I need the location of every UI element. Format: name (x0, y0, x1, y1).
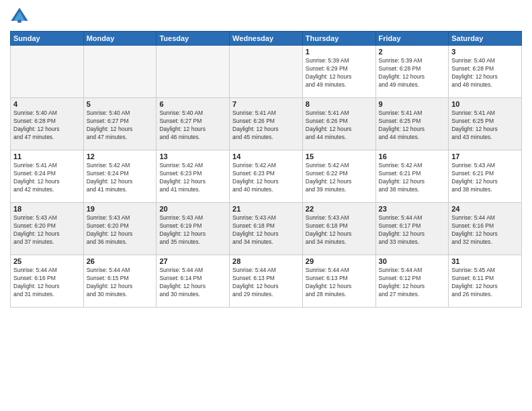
calendar-cell: 10Sunrise: 5:41 AM Sunset: 6:25 PM Dayli… (449, 98, 522, 150)
day-info: Sunrise: 5:44 AM Sunset: 6:16 PM Dayligh… (451, 214, 519, 246)
day-info: Sunrise: 5:44 AM Sunset: 6:16 PM Dayligh… (13, 267, 81, 299)
weekday-header-tuesday: Tuesday (157, 32, 230, 46)
day-info: Sunrise: 5:40 AM Sunset: 6:27 PM Dayligh… (87, 109, 154, 142)
day-number: 31 (451, 257, 519, 265)
calendar-cell (83, 46, 157, 98)
day-info: Sunrise: 5:44 AM Sunset: 6:13 PM Dayligh… (306, 267, 373, 299)
day-info: Sunrise: 5:44 AM Sunset: 6:17 PM Dayligh… (379, 214, 446, 246)
day-number: 22 (306, 205, 373, 213)
day-number: 29 (306, 257, 373, 265)
calendar-cell: 15Sunrise: 5:42 AM Sunset: 6:22 PM Dayli… (302, 150, 375, 203)
day-info: Sunrise: 5:41 AM Sunset: 6:26 PM Dayligh… (306, 109, 373, 142)
calendar-cell: 16Sunrise: 5:42 AM Sunset: 6:21 PM Dayli… (375, 150, 449, 203)
day-number: 12 (87, 152, 154, 161)
day-info: Sunrise: 5:45 AM Sunset: 6:11 PM Dayligh… (451, 267, 519, 299)
day-info: Sunrise: 5:44 AM Sunset: 6:14 PM Dayligh… (159, 267, 226, 299)
day-info: Sunrise: 5:41 AM Sunset: 6:26 PM Dayligh… (232, 109, 300, 142)
weekday-header-sunday: Sunday (11, 32, 84, 46)
day-number: 25 (13, 257, 81, 265)
day-info: Sunrise: 5:39 AM Sunset: 6:29 PM Dayligh… (306, 57, 373, 89)
day-number: 4 (13, 100, 81, 108)
day-info: Sunrise: 5:44 AM Sunset: 6:13 PM Dayligh… (232, 267, 300, 299)
weekday-header-wednesday: Wednesday (230, 32, 303, 46)
day-info: Sunrise: 5:43 AM Sunset: 6:21 PM Dayligh… (451, 162, 519, 194)
logo (10, 7, 32, 26)
day-number: 5 (87, 100, 154, 108)
calendar-cell: 31Sunrise: 5:45 AM Sunset: 6:11 PM Dayli… (449, 255, 522, 308)
day-info: Sunrise: 5:41 AM Sunset: 6:25 PM Dayligh… (451, 109, 519, 142)
calendar-cell: 20Sunrise: 5:43 AM Sunset: 6:19 PM Dayli… (157, 203, 230, 255)
calendar-cell (157, 46, 230, 98)
day-info: Sunrise: 5:39 AM Sunset: 6:28 PM Dayligh… (379, 57, 446, 89)
calendar-cell: 23Sunrise: 5:44 AM Sunset: 6:17 PM Dayli… (375, 203, 449, 255)
day-number: 24 (451, 205, 519, 213)
day-number: 8 (306, 100, 373, 108)
day-info: Sunrise: 5:44 AM Sunset: 6:15 PM Dayligh… (87, 267, 154, 299)
calendar-cell: 18Sunrise: 5:43 AM Sunset: 6:20 PM Dayli… (11, 203, 84, 255)
calendar-cell: 26Sunrise: 5:44 AM Sunset: 6:15 PM Dayli… (83, 255, 157, 308)
calendar-cell: 28Sunrise: 5:44 AM Sunset: 6:13 PM Dayli… (230, 255, 303, 308)
calendar-cell: 29Sunrise: 5:44 AM Sunset: 6:13 PM Dayli… (302, 255, 375, 308)
day-info: Sunrise: 5:43 AM Sunset: 6:18 PM Dayligh… (232, 214, 300, 246)
weekday-header-thursday: Thursday (302, 32, 375, 46)
calendar-cell: 17Sunrise: 5:43 AM Sunset: 6:21 PM Dayli… (449, 150, 522, 203)
calendar-cell: 27Sunrise: 5:44 AM Sunset: 6:14 PM Dayli… (157, 255, 230, 308)
calendar-cell: 1Sunrise: 5:39 AM Sunset: 6:29 PM Daylig… (302, 46, 375, 98)
logo-icon (10, 7, 29, 26)
week-row-2: 11Sunrise: 5:41 AM Sunset: 6:24 PM Dayli… (11, 150, 522, 203)
calendar-cell: 21Sunrise: 5:43 AM Sunset: 6:18 PM Dayli… (230, 203, 303, 255)
header (10, 7, 522, 26)
day-number: 2 (379, 48, 446, 56)
day-info: Sunrise: 5:44 AM Sunset: 6:12 PM Dayligh… (379, 267, 446, 299)
calendar-cell: 6Sunrise: 5:40 AM Sunset: 6:27 PM Daylig… (157, 98, 230, 150)
day-number: 28 (232, 257, 300, 265)
week-row-0: 1Sunrise: 5:39 AM Sunset: 6:29 PM Daylig… (11, 46, 522, 98)
day-number: 30 (379, 257, 446, 265)
day-info: Sunrise: 5:41 AM Sunset: 6:25 PM Dayligh… (379, 109, 446, 142)
day-number: 26 (87, 257, 154, 265)
calendar: SundayMondayTuesdayWednesdayThursdayFrid… (10, 31, 522, 308)
day-info: Sunrise: 5:42 AM Sunset: 6:22 PM Dayligh… (306, 162, 373, 194)
svg-rect-2 (17, 20, 21, 23)
calendar-cell: 19Sunrise: 5:43 AM Sunset: 6:20 PM Dayli… (83, 203, 157, 255)
day-number: 7 (232, 100, 300, 108)
calendar-cell: 30Sunrise: 5:44 AM Sunset: 6:12 PM Dayli… (375, 255, 449, 308)
calendar-cell (11, 46, 84, 98)
day-number: 27 (159, 257, 226, 265)
day-number: 21 (232, 205, 300, 213)
calendar-cell: 24Sunrise: 5:44 AM Sunset: 6:16 PM Dayli… (449, 203, 522, 255)
day-number: 3 (451, 48, 519, 56)
calendar-cell: 7Sunrise: 5:41 AM Sunset: 6:26 PM Daylig… (230, 98, 303, 150)
weekday-header-row: SundayMondayTuesdayWednesdayThursdayFrid… (11, 32, 522, 46)
day-info: Sunrise: 5:43 AM Sunset: 6:20 PM Dayligh… (13, 214, 81, 246)
day-number: 9 (379, 100, 446, 108)
calendar-cell: 13Sunrise: 5:42 AM Sunset: 6:23 PM Dayli… (157, 150, 230, 203)
day-number: 15 (306, 152, 373, 161)
calendar-cell: 12Sunrise: 5:42 AM Sunset: 6:24 PM Dayli… (83, 150, 157, 203)
day-number: 23 (379, 205, 446, 213)
calendar-cell: 22Sunrise: 5:43 AM Sunset: 6:18 PM Dayli… (302, 203, 375, 255)
calendar-cell (230, 46, 303, 98)
calendar-cell: 8Sunrise: 5:41 AM Sunset: 6:26 PM Daylig… (302, 98, 375, 150)
day-info: Sunrise: 5:43 AM Sunset: 6:19 PM Dayligh… (159, 214, 226, 246)
weekday-header-saturday: Saturday (449, 32, 522, 46)
day-info: Sunrise: 5:42 AM Sunset: 6:23 PM Dayligh… (159, 162, 226, 194)
calendar-cell: 9Sunrise: 5:41 AM Sunset: 6:25 PM Daylig… (375, 98, 449, 150)
page: SundayMondayTuesdayWednesdayThursdayFrid… (0, 0, 532, 411)
calendar-cell: 25Sunrise: 5:44 AM Sunset: 6:16 PM Dayli… (11, 255, 84, 308)
day-info: Sunrise: 5:40 AM Sunset: 6:28 PM Dayligh… (451, 57, 519, 89)
day-info: Sunrise: 5:40 AM Sunset: 6:28 PM Dayligh… (13, 109, 81, 142)
day-info: Sunrise: 5:42 AM Sunset: 6:23 PM Dayligh… (232, 162, 300, 194)
day-info: Sunrise: 5:42 AM Sunset: 6:24 PM Dayligh… (87, 162, 154, 194)
day-number: 20 (159, 205, 226, 213)
week-row-4: 25Sunrise: 5:44 AM Sunset: 6:16 PM Dayli… (11, 255, 522, 308)
calendar-cell: 14Sunrise: 5:42 AM Sunset: 6:23 PM Dayli… (230, 150, 303, 203)
calendar-cell: 3Sunrise: 5:40 AM Sunset: 6:28 PM Daylig… (449, 46, 522, 98)
weekday-header-monday: Monday (83, 32, 157, 46)
day-info: Sunrise: 5:42 AM Sunset: 6:21 PM Dayligh… (379, 162, 446, 194)
calendar-cell: 11Sunrise: 5:41 AM Sunset: 6:24 PM Dayli… (11, 150, 84, 203)
day-number: 1 (306, 48, 373, 56)
day-info: Sunrise: 5:43 AM Sunset: 6:20 PM Dayligh… (87, 214, 154, 246)
weekday-header-friday: Friday (375, 32, 449, 46)
day-number: 17 (451, 152, 519, 161)
